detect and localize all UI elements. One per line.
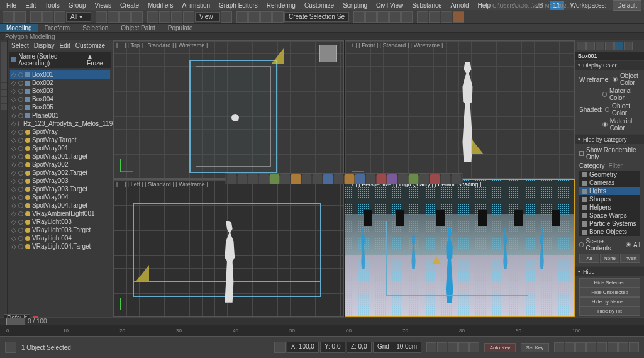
scene-item[interactable]: ◇VRayLight003.Target: [10, 226, 110, 234]
workspace-dropdown[interactable]: Default: [613, 0, 641, 11]
scene-tab-customize[interactable]: Customize: [75, 42, 105, 49]
maxscript-button[interactable]: [5, 342, 16, 353]
scene-item[interactable]: ◇SpotVray003: [10, 177, 110, 185]
category-item[interactable]: Shapes: [579, 195, 640, 203]
btn-all[interactable]: All: [579, 254, 599, 263]
zoom-region-button[interactable]: [629, 342, 639, 352]
scene-item[interactable]: ◇Box004: [10, 95, 110, 103]
percent-snap-toggle[interactable]: [260, 11, 272, 23]
vptb-19[interactable]: [419, 174, 430, 184]
visibility-icon[interactable]: [18, 228, 23, 233]
viewport-left[interactable]: [ + ] [ Left ] [ Standard ] [ Wireframe …: [113, 179, 344, 318]
btn-hide-selected[interactable]: Hide Selected: [579, 278, 640, 288]
rollout-hide[interactable]: Hide: [575, 267, 644, 276]
expand-icon[interactable]: ◇: [11, 243, 16, 250]
window-crossing-button[interactable]: [131, 11, 143, 23]
expand-icon[interactable]: ◇: [11, 186, 16, 193]
category-item[interactable]: Space Warps: [579, 211, 640, 220]
lefttool-4[interactable]: [1, 62, 7, 69]
tab-motion[interactable]: [605, 42, 614, 50]
scene-item[interactable]: ◇VRayAmbientLight001: [10, 210, 110, 218]
angle-snap-toggle[interactable]: [248, 11, 260, 23]
vptb-14[interactable]: [366, 174, 376, 184]
radio-wf-objcolor[interactable]: [613, 77, 618, 82]
visibility-icon[interactable]: [18, 187, 23, 192]
expand-icon[interactable]: ◇: [11, 169, 16, 176]
menu-animation[interactable]: Animation: [179, 1, 214, 10]
maximize-viewport-button[interactable]: [597, 342, 607, 352]
scene-item[interactable]: ◇SpotVray: [10, 128, 110, 136]
menu-scripting[interactable]: Scripting: [339, 1, 371, 10]
expand-icon[interactable]: ◇: [11, 161, 16, 168]
category-item[interactable]: Helpers: [579, 203, 640, 211]
visibility-icon[interactable]: [18, 220, 23, 225]
selection-filter-dropdown[interactable]: All ▾: [66, 12, 91, 22]
visibility-icon[interactable]: [18, 195, 23, 200]
category-item[interactable]: Particle Systems: [579, 220, 640, 228]
radio-scene-contents[interactable]: [579, 242, 584, 247]
lock-icon[interactable]: [274, 342, 286, 353]
btn-hide-by-hit[interactable]: Hide by Hit: [579, 306, 640, 316]
fov-button[interactable]: [608, 342, 618, 352]
radio-all[interactable]: [626, 242, 631, 247]
render-setup-button[interactable]: [429, 11, 440, 23]
viewport-perspective[interactable]: [ + ] [ Perspective ] [ High Quality ] […: [345, 179, 575, 318]
visibility-icon[interactable]: [18, 113, 23, 118]
snap-toggle[interactable]: [236, 11, 248, 23]
vptb-6[interactable]: [280, 174, 291, 184]
scene-sort-header[interactable]: Name (Sorted Ascending) ▲ Froze: [9, 52, 111, 68]
place-button[interactable]: [183, 11, 194, 23]
ref-coord-dropdown[interactable]: View: [195, 12, 220, 22]
pan-button[interactable]: [554, 342, 564, 352]
scene-item[interactable]: ◇SpotVray002: [10, 160, 110, 169]
zoom-extents-button[interactable]: [575, 342, 586, 352]
move-button[interactable]: [147, 11, 158, 23]
vptb-18[interactable]: [409, 174, 419, 184]
link-button[interactable]: [30, 11, 42, 23]
scene-item[interactable]: ◇Box001: [10, 70, 110, 79]
visibility-icon[interactable]: [18, 146, 23, 151]
scene-item[interactable]: ◇Plane001: [10, 111, 110, 120]
ribbon-modeling[interactable]: Modeling: [0, 24, 38, 32]
expand-icon[interactable]: ◇: [11, 79, 16, 86]
lefttool-1[interactable]: [1, 42, 7, 48]
vptb-3[interactable]: [248, 174, 258, 184]
tab-hierarchy[interactable]: [596, 42, 604, 50]
tab-create[interactable]: [577, 42, 586, 50]
mirror-button[interactable]: [353, 11, 365, 23]
viewport-top[interactable]: [ + ] [ Top ] [ Standard ] [ Wireframe ]: [113, 40, 344, 179]
vptb-11[interactable]: [334, 174, 344, 184]
time-slider-track[interactable]: 0 / 100: [0, 318, 644, 325]
ribbon-populate[interactable]: Populate: [162, 24, 199, 32]
zoom-button[interactable]: [565, 342, 575, 352]
menu-customize[interactable]: Customize: [301, 1, 338, 10]
visibility-icon[interactable]: [18, 203, 23, 208]
expand-icon[interactable]: ◇: [11, 153, 16, 160]
scene-item[interactable]: ◇VRayLight003: [10, 218, 110, 226]
expand-icon[interactable]: ◇: [11, 145, 16, 152]
lefttool-5[interactable]: [1, 69, 7, 76]
btn-hide-by-name[interactable]: Hide by Name...: [579, 297, 640, 306]
radio-sh-matcolor[interactable]: [602, 122, 608, 127]
scene-item[interactable]: ◇SpotVray.Target: [10, 136, 110, 144]
expand-icon[interactable]: ◇: [11, 137, 16, 143]
vptb-13[interactable]: [355, 174, 365, 184]
scene-tab-display[interactable]: Display: [34, 42, 55, 49]
align-button[interactable]: [365, 11, 377, 23]
menu-views[interactable]: Views: [91, 1, 116, 10]
viewport-front[interactable]: [ + ] [ Front ] [ Standard ] [ Wireframe…: [345, 40, 575, 179]
visibility-icon[interactable]: [18, 81, 23, 86]
viewport-top-label[interactable]: [ + ] [ Top ] [ Standard ] [ Wireframe ]: [116, 42, 208, 48]
scene-item[interactable]: ◇SpotVray004: [10, 193, 110, 201]
prev-frame-button[interactable]: [437, 342, 447, 352]
expand-icon[interactable]: ◇: [11, 227, 16, 233]
object-name-field[interactable]: Box001: [575, 52, 644, 60]
scene-item[interactable]: ◇VRayLight004.Target: [10, 242, 110, 250]
material-editor-button[interactable]: [417, 11, 428, 23]
menu-file[interactable]: File: [3, 1, 20, 10]
expand-icon[interactable]: ◇: [11, 218, 16, 225]
expand-icon[interactable]: ◇: [11, 194, 16, 201]
lefttool-3[interactable]: [1, 55, 7, 62]
select-button[interactable]: [96, 11, 107, 23]
visibility-icon[interactable]: [18, 162, 23, 167]
